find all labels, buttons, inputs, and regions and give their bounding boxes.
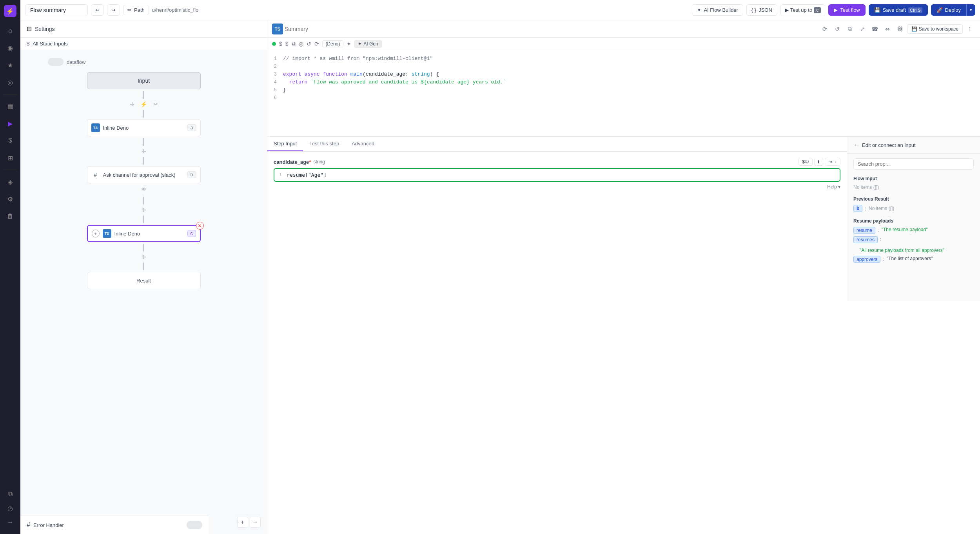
sidebar-item-trash[interactable]: 🗑 [3,209,17,223]
sidebar-item-dollar[interactable]: $ [3,134,17,148]
approvers-desc: "The list of approvers" [887,256,933,261]
connect-search-input[interactable] [853,158,974,170]
tab-test-step[interactable]: Test this step [303,137,345,151]
copy-icon[interactable]: ⧉ [844,24,855,34]
connect-panel: ← Edit or connect an input Flow Input No… [847,137,980,301]
sidebar-item-home[interactable]: ⌂ [3,24,17,38]
path-button[interactable]: ✏ Path [123,5,149,15]
sidebar-item-clock[interactable]: ◷ [3,501,17,515]
sync-indicator[interactable]: ⟳ [314,41,319,47]
node-step-b[interactable]: # Ask channel for approval (slack) b [87,166,201,183]
sidebar-item-settings[interactable]: ⚙ [3,192,17,206]
field-info-button[interactable]: ℹ [814,158,823,166]
dataflow-toggle[interactable] [48,58,64,66]
node-input[interactable]: Input [87,72,201,89]
deploy-more-button[interactable]: ▾ [966,4,975,16]
lightning-icon[interactable]: ⚡ [139,100,149,109]
path-label: Path [134,7,145,13]
move-icon[interactable]: ✛ [127,100,137,109]
sidebar-item-audit[interactable]: ◈ [3,175,17,189]
ai-gen-button[interactable]: ✦ AI Gen [354,40,381,48]
connector-line-2 [143,138,144,146]
node-add-circle[interactable]: + [92,230,100,237]
phone-icon[interactable]: ☎ [869,24,880,34]
code-editor[interactable]: 1 // import * as wmill from "npm:windmil… [267,50,980,136]
sidebar-item-users[interactable]: ◎ [3,75,17,89]
sidebar-item-layers[interactable]: ⧉ [3,487,17,501]
resume-key[interactable]: resume [853,227,875,234]
ts-icon-a: TS [91,123,100,132]
field-actions: $① ℹ ⇥→ [799,158,840,166]
json-button[interactable]: { } JSON [746,4,777,16]
dollar-indicator-2[interactable]: $ [285,41,289,47]
flow-input-empty: No items ([]) [853,185,974,190]
flow-title-input[interactable]: Flow summary [25,4,88,16]
resize-icon[interactable]: ⇔ [882,24,893,34]
connector-line-4 [143,244,144,252]
help-button[interactable]: Help ▾ [827,184,840,190]
star-indicator[interactable]: ✦ [347,41,351,47]
back-icon[interactable]: ← [853,141,860,148]
static-inputs-bar[interactable]: $ All Static Inputs [20,38,267,50]
field-connect-button[interactable]: ⇥→ [825,158,840,166]
code-toolbar: TS ⟳ ↺ ⧉ ⤢ ☎ ⇔ ⛓ 💾 Save to workspace ⋮ [267,20,980,38]
layer-indicator[interactable]: ⧉ [292,40,296,47]
summary-input[interactable] [285,26,550,32]
tab-advanced[interactable]: Advanced [345,137,381,151]
save-draft-button[interactable]: 💾 Save draft Ctrl S [869,4,928,16]
node-step-a[interactable]: TS Inline Deno a [87,119,201,136]
tab-step-input[interactable]: Step Input [267,137,303,151]
field-dollar-button[interactable]: $① [799,158,813,166]
test-up-badge: c [814,7,821,13]
scissors-icon[interactable]: ✂ [151,100,160,109]
undo-icon-code[interactable]: ↺ [832,24,843,34]
more-vert-icon[interactable]: ⋮ [964,24,975,34]
approvers-key[interactable]: approvers [853,256,880,263]
move-icon-3[interactable]: ✛ [139,205,149,215]
resume-item-resumes: resumes : [853,236,974,243]
zoom-in-button[interactable]: + [237,517,248,528]
test-flow-label: Test flow [840,7,860,13]
redo-button[interactable]: ↪ [107,4,120,16]
move-icon-2[interactable]: ✛ [139,147,149,156]
chevron-down-icon: ▾ [970,7,972,12]
sidebar-item-arrow-right[interactable]: → [3,515,17,529]
static-inputs-label: All Static Inputs [33,41,68,47]
prev-result-title: Previous Result [853,196,974,202]
node-result[interactable]: Result [87,272,201,289]
resumes-key[interactable]: resumes [853,236,878,243]
link-icon[interactable]: ⛓ [895,24,906,34]
sidebar-item-play[interactable]: ▶ [3,116,17,130]
sidebar-item-dashboard[interactable]: ▦ [3,99,17,113]
connector-icons-2: ✛ [139,147,149,156]
test-flow-button[interactable]: ▶ Test flow [828,4,866,16]
app-logo[interactable]: ⚡ [4,5,16,17]
test-up-button[interactable]: ▶ Test up to c [780,4,825,16]
undo-icon: ↩ [95,7,100,13]
expand-icon[interactable]: ⤢ [857,24,868,34]
node-remove-button[interactable]: ✕ [196,222,204,230]
code-input-box[interactable]: 1 resume["Age"] [274,168,840,182]
zoom-out-button[interactable]: − [250,517,261,528]
sidebar-divider-2 [3,170,17,170]
sidebar-item-star[interactable]: ★ [3,58,17,72]
ai-flow-button[interactable]: ✦ AI Flow Builder [692,4,743,16]
error-handler-toggle[interactable] [187,521,202,529]
sidebar-item-user[interactable]: ◉ [3,41,17,55]
node-step-c-label: Inline Deno [114,231,140,237]
save-workspace-button[interactable]: 💾 Save to workspace [907,24,963,34]
refresh-icon[interactable]: ⟳ [819,24,830,34]
sidebar-item-apps[interactable]: ⊞ [3,151,17,165]
top-bar: Flow summary ↩ ↪ ✏ Path u/henri/optimist… [20,0,980,20]
undo-button[interactable]: ↩ [91,4,104,16]
move-icon-4[interactable]: ✛ [139,252,149,262]
node-step-c[interactable]: + TS Inline Deno c ✕ [87,225,201,242]
connector-1: ✛ ⚡ ✂ [127,91,160,118]
deno-badge[interactable]: (Deno) [322,40,344,47]
save-workspace-label: Save to workspace [919,26,958,32]
undo-indicator[interactable]: ↺ [307,41,311,47]
status-dot-green [272,42,276,46]
circle-indicator[interactable]: ◎ [299,41,303,47]
dollar-indicator[interactable]: $ [279,41,282,47]
deploy-button[interactable]: 🚀 Deploy [931,4,966,16]
